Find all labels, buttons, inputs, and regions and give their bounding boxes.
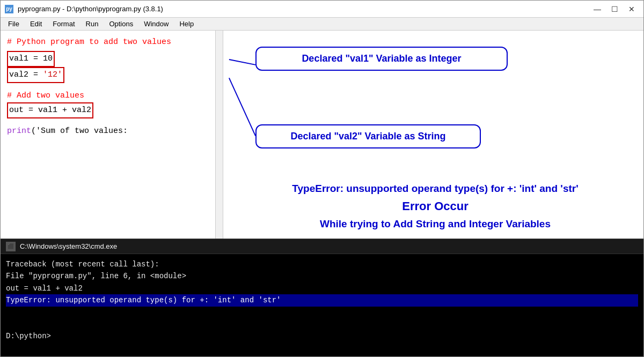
annotation-text-1: Declared "val1" Variable as Integer <box>302 53 461 64</box>
code-line-8: print('Sum of two values: <box>7 125 216 138</box>
editor-area: # Python program to add two values val1 … <box>1 31 643 239</box>
annotation-box-2: Declared "val2" Variable as String <box>255 124 481 148</box>
terminal-line-2: File "pyprogram.py", line 6, in <module> <box>6 272 186 280</box>
app-icon: py <box>5 5 13 13</box>
print-arg: ('Sum of two values: <box>31 127 128 136</box>
annotation-text-2: Declared "val2" Variable as String <box>290 131 445 142</box>
annotation-panel: Declared "val1" Variable as Integer Decl… <box>223 31 643 239</box>
terminal-line-1: Traceback (most recent call last): <box>6 260 159 269</box>
annotation-text-3c: While trying to Add String and Integer V… <box>248 216 623 232</box>
terminal-title-bar: ⬛ C:\Windows\system32\cmd.exe <box>1 239 643 254</box>
menu-file[interactable]: File <box>3 18 25 30</box>
code-line-1: # Python program to add two values <box>7 36 216 49</box>
code-line-2: val1 = 10 <box>7 51 216 67</box>
annotation-box-1: Declared "val1" Variable as Integer <box>255 47 508 71</box>
terminal-line-6: D:\python> <box>6 332 51 340</box>
spacer-2 <box>7 118 216 125</box>
svg-line-1 <box>229 78 255 136</box>
menu-help[interactable]: Help <box>174 18 199 30</box>
menu-edit[interactable]: Edit <box>25 18 47 30</box>
annotation-box-3: TypeError: unsupported operand type(s) f… <box>239 175 631 237</box>
menu-window[interactable]: Window <box>138 18 174 30</box>
val2-highlight: val2 = '12' <box>7 67 64 83</box>
maximize-button[interactable]: ☐ <box>607 4 622 14</box>
scrollbar[interactable] <box>215 31 223 239</box>
title-bar: py pyprogram.py - D:\python\pyprogram.py… <box>1 1 643 18</box>
main-window: py pyprogram.py - D:\python\pyprogram.py… <box>0 0 644 357</box>
terminal-section: ⬛ C:\Windows\system32\cmd.exe Traceback … <box>1 239 643 356</box>
menu-bar: File Edit Format Run Options Window Help <box>1 18 643 31</box>
code-line-5: # Add two values <box>7 90 216 102</box>
code-line-3: val2 = '12' <box>7 67 216 83</box>
print-function: print <box>7 127 31 136</box>
window-title: pyprogram.py - D:\python\pyprogram.py (3… <box>18 5 163 13</box>
terminal-line-3: out = val1 + val2 <box>6 284 83 293</box>
terminal-title: C:\Windows\system32\cmd.exe <box>20 242 117 250</box>
close-button[interactable]: ✕ <box>624 4 639 14</box>
terminal-line-4: TypeError: unsupported operand type(s) f… <box>6 294 638 306</box>
spacer-1 <box>7 83 216 90</box>
minimize-button[interactable]: — <box>590 4 605 14</box>
window-controls: — ☐ ✕ <box>590 4 639 14</box>
menu-format[interactable]: Format <box>47 18 80 30</box>
code-content: # Python program to add two values val1 … <box>1 31 223 143</box>
code-line-6: out = val1 + val2 <box>7 102 216 118</box>
code-panel: # Python program to add two values val1 … <box>1 31 223 239</box>
annotation-text-3a: TypeError: unsupported operand type(s) f… <box>248 181 623 197</box>
terminal-content: Traceback (most recent call last): File … <box>1 254 643 356</box>
annotation-text-3b: Error Occur <box>248 197 623 215</box>
svg-line-0 <box>229 59 255 65</box>
out-highlight: out = val1 + val2 <box>7 102 93 118</box>
title-bar-left: py pyprogram.py - D:\python\pyprogram.py… <box>5 5 163 13</box>
menu-run[interactable]: Run <box>80 18 104 30</box>
comment-2: # Add two values <box>7 91 84 100</box>
terminal-icon: ⬛ <box>6 242 16 251</box>
comment-1: # Python program to add two values <box>7 38 171 47</box>
val1-highlight: val1 = 10 <box>7 51 55 67</box>
menu-options[interactable]: Options <box>104 18 138 30</box>
